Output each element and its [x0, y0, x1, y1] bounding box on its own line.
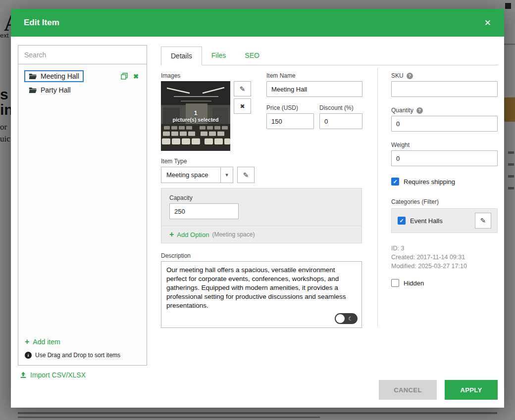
check-icon: ✓ [399, 218, 404, 224]
upload-icon [20, 372, 27, 378]
weight-label: Weight [391, 141, 410, 148]
help-icon[interactable]: ? [416, 107, 423, 114]
item-type-value: Meeting space [161, 167, 220, 183]
selected-item-highlight[interactable]: Meeting Hall [24, 70, 84, 82]
type-options-panel: Capacity + Add Option (Meeting space) [161, 188, 362, 243]
item-type-select[interactable]: Meeting space ▾ [161, 167, 233, 183]
item-label: Party Hall [41, 86, 71, 94]
image-selected-count: 1 [194, 109, 197, 117]
item-name-input[interactable] [266, 81, 362, 97]
dialog-body: Meeting Hall ✖ [11, 37, 504, 408]
tab-details[interactable]: Details [161, 47, 202, 65]
categories-label: Categories (Filter) [391, 198, 439, 205]
image-selected-overlay: 1 picture(s) selected [161, 81, 230, 151]
add-option-button[interactable]: + Add Option (Meeting space) [169, 231, 354, 238]
sku-input[interactable] [391, 81, 498, 97]
dark-mode-toggle[interactable]: ☾ [335, 313, 358, 324]
item-label: Meeting Hall [41, 72, 79, 80]
tab-bar: Details Files SEO [161, 47, 498, 65]
cancel-button[interactable]: CANCEL [379, 380, 437, 400]
images-section: Images [161, 72, 260, 151]
help-icon[interactable]: ? [407, 73, 413, 79]
item-tree: Meeting Hall ✖ [18, 64, 147, 96]
item-image-thumbnail[interactable]: 1 picture(s) selected [161, 81, 230, 151]
inventory-section: SKU ? Quantity ? Weight ✓ Requires shipp [391, 72, 498, 287]
item-name-label: Item Name [266, 72, 362, 79]
item-id: ID: 3 [391, 244, 498, 253]
duplicate-icon[interactable] [121, 73, 128, 80]
chevron-down-icon: ▾ [220, 167, 233, 183]
capacity-label: Capacity [169, 194, 354, 201]
folder-icon [29, 73, 37, 80]
folder-icon [29, 87, 37, 93]
item-actions: ✖ [121, 73, 141, 80]
capacity-input[interactable] [169, 203, 239, 219]
requires-shipping-label: Requires shipping [404, 178, 455, 186]
search-input[interactable] [18, 46, 147, 64]
dialog-header: Edit Item ✕ [11, 9, 504, 37]
hidden-label: Hidden [404, 280, 424, 287]
quantity-label: Quantity [391, 107, 413, 114]
check-icon: ✓ [393, 179, 397, 185]
name-price-section: Item Name Price (USD) Discount (%) [266, 72, 362, 129]
images-label: Images [161, 72, 260, 79]
pencil-icon: ✎ [240, 85, 246, 93]
category-label: Event Halls [410, 217, 443, 225]
remove-images-button[interactable]: ✖ [234, 98, 251, 114]
category-checkbox[interactable]: ✓ [398, 217, 406, 225]
item-modified: Modified: 2025-03-27 17:10 [391, 262, 498, 271]
item-type-section: Item Type Meeting space ▾ ✎ [161, 158, 255, 183]
close-icon[interactable]: ✕ [484, 19, 491, 27]
edit-images-button[interactable]: ✎ [234, 81, 251, 96]
list-item[interactable]: Meeting Hall ✖ [21, 69, 144, 84]
description-label: Description [161, 252, 362, 259]
pencil-icon: ✎ [243, 171, 249, 179]
import-csv-button[interactable]: Import CSV/XLSX [20, 371, 86, 379]
column-divider [377, 68, 378, 327]
plus-icon: + [169, 231, 174, 238]
sku-label: SKU [391, 72, 404, 79]
discount-label: Discount (%) [319, 104, 362, 111]
price-input[interactable] [266, 113, 314, 129]
requires-shipping-checkbox[interactable]: ✓ [391, 178, 399, 186]
hidden-checkbox[interactable] [391, 279, 399, 287]
price-label: Price (USD) [266, 104, 314, 111]
drag-drop-hint-text: Use Drag and Drop to sort items [35, 352, 120, 359]
add-option-label: Add Option [177, 231, 209, 238]
description-section: Description Our meeting hall offers a sp… [161, 252, 362, 330]
edit-categories-button[interactable]: ✎ [475, 213, 491, 229]
tab-files[interactable]: Files [202, 47, 236, 65]
categories-panel: ✓ Event Halls ✎ [391, 208, 498, 233]
pencil-icon: ✎ [480, 217, 486, 225]
info-icon: i [25, 352, 32, 359]
moon-icon: ☾ [348, 316, 353, 322]
item-list-panel: Meeting Hall ✖ [18, 45, 147, 366]
dialog-title: Edit Item [24, 18, 59, 28]
add-option-hint: (Meeting space) [212, 231, 255, 238]
quantity-input[interactable] [391, 116, 498, 132]
edit-item-type-button[interactable]: ✎ [237, 167, 255, 183]
item-type-label: Item Type [161, 158, 255, 165]
image-selected-text: picture(s) selected [173, 117, 219, 123]
description-textarea[interactable]: Our meeting hall offers a spacious, vers… [161, 261, 362, 328]
close-icon: ✖ [240, 103, 245, 110]
tab-seo[interactable]: SEO [235, 47, 269, 65]
item-created: Created: 2017-11-14 09:31 [391, 253, 498, 262]
drag-drop-hint: i Use Drag and Drop to sort items [18, 350, 147, 365]
plus-icon: + [25, 338, 29, 346]
import-csv-label: Import CSV/XLSX [30, 371, 86, 379]
list-item[interactable]: Party Hall [21, 84, 144, 96]
apply-button[interactable]: APPLY [445, 380, 498, 400]
item-metadata: ID: 3 Created: 2017-11-14 09:31 Modified… [391, 244, 498, 271]
add-item-label: Add item [33, 338, 60, 346]
delete-item-icon[interactable]: ✖ [133, 73, 139, 80]
edit-item-dialog: Edit Item ✕ Meeting Hall [11, 9, 504, 408]
discount-input[interactable] [319, 113, 362, 129]
weight-input[interactable] [391, 150, 498, 166]
add-item-button[interactable]: + Add item [18, 334, 147, 350]
toggle-knob [336, 314, 345, 323]
